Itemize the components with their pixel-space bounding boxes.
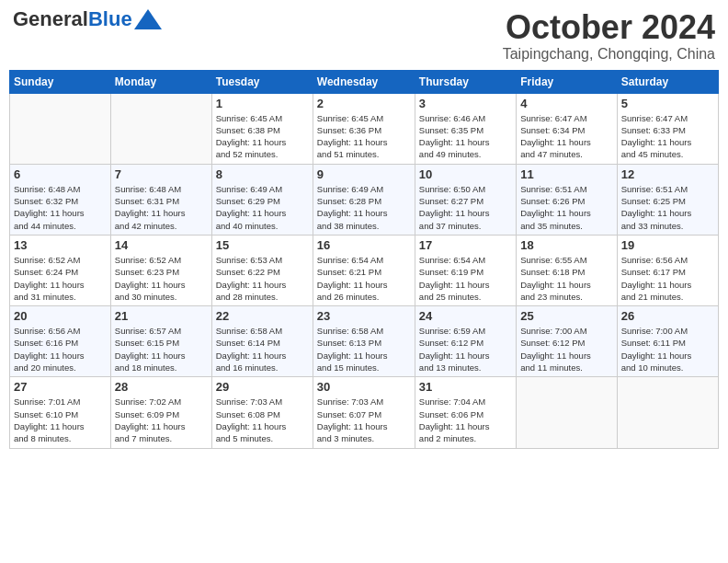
day-info: Sunrise: 6:57 AM Sunset: 6:15 PM Dayligh…	[115, 325, 208, 373]
calendar-cell: 5Sunrise: 6:47 AM Sunset: 6:33 PM Daylig…	[617, 93, 718, 164]
day-number: 24	[419, 309, 512, 323]
logo: GeneralBlue	[13, 9, 162, 29]
calendar-cell: 16Sunrise: 6:54 AM Sunset: 6:21 PM Dayli…	[313, 235, 415, 305]
day-info: Sunrise: 6:56 AM Sunset: 6:16 PM Dayligh…	[14, 325, 107, 373]
day-number: 18	[520, 238, 612, 252]
column-header-saturday: Saturday	[617, 70, 718, 93]
column-header-sunday: Sunday	[10, 70, 111, 93]
day-number: 6	[14, 167, 107, 181]
day-info: Sunrise: 6:54 AM Sunset: 6:19 PM Dayligh…	[419, 254, 512, 303]
column-header-thursday: Thursday	[415, 70, 516, 93]
calendar-cell: 15Sunrise: 6:53 AM Sunset: 6:22 PM Dayli…	[211, 235, 313, 305]
day-number: 2	[317, 97, 411, 110]
day-number: 23	[317, 309, 411, 323]
day-info: Sunrise: 6:45 AM Sunset: 6:38 PM Dayligh…	[216, 112, 309, 161]
day-number: 17	[419, 238, 512, 252]
day-info: Sunrise: 6:49 AM Sunset: 6:29 PM Dayligh…	[216, 183, 309, 232]
calendar-cell: 30Sunrise: 7:03 AM Sunset: 6:07 PM Dayli…	[313, 377, 415, 448]
day-number: 9	[317, 167, 411, 181]
calendar-cell: 14Sunrise: 6:52 AM Sunset: 6:23 PM Dayli…	[110, 235, 211, 305]
column-header-monday: Monday	[110, 70, 211, 93]
calendar-cell	[10, 93, 111, 164]
calendar-cell: 26Sunrise: 7:00 AM Sunset: 6:11 PM Dayli…	[617, 306, 718, 377]
calendar-cell: 9Sunrise: 6:49 AM Sunset: 6:28 PM Daylig…	[313, 164, 415, 235]
day-number: 5	[621, 97, 714, 110]
calendar-cell: 8Sunrise: 6:49 AM Sunset: 6:29 PM Daylig…	[211, 164, 313, 235]
day-info: Sunrise: 6:52 AM Sunset: 6:24 PM Dayligh…	[14, 254, 107, 303]
day-info: Sunrise: 6:51 AM Sunset: 6:26 PM Dayligh…	[520, 183, 612, 232]
calendar-cell: 25Sunrise: 7:00 AM Sunset: 6:12 PM Dayli…	[517, 306, 617, 377]
day-number: 19	[621, 238, 714, 252]
month-title: October 2024	[503, 9, 715, 46]
day-number: 28	[115, 380, 208, 394]
day-info: Sunrise: 7:00 AM Sunset: 6:12 PM Dayligh…	[520, 325, 612, 373]
calendar-cell: 17Sunrise: 6:54 AM Sunset: 6:19 PM Dayli…	[415, 235, 516, 305]
column-header-friday: Friday	[517, 70, 617, 93]
calendar-body: 1Sunrise: 6:45 AM Sunset: 6:38 PM Daylig…	[10, 93, 719, 448]
week-row-5: 27Sunrise: 7:01 AM Sunset: 6:10 PM Dayli…	[10, 377, 719, 448]
day-number: 20	[14, 309, 107, 323]
calendar-table: SundayMondayTuesdayWednesdayThursdayFrid…	[9, 70, 719, 449]
week-row-3: 13Sunrise: 6:52 AM Sunset: 6:24 PM Dayli…	[10, 235, 719, 305]
day-number: 1	[216, 97, 309, 110]
calendar-cell: 12Sunrise: 6:51 AM Sunset: 6:25 PM Dayli…	[617, 164, 718, 235]
day-number: 30	[317, 380, 411, 394]
calendar-cell: 24Sunrise: 6:59 AM Sunset: 6:12 PM Dayli…	[415, 306, 516, 377]
day-number: 26	[621, 309, 714, 323]
day-number: 16	[317, 238, 411, 252]
day-info: Sunrise: 6:59 AM Sunset: 6:12 PM Dayligh…	[419, 325, 512, 373]
day-info: Sunrise: 6:48 AM Sunset: 6:32 PM Dayligh…	[14, 183, 107, 232]
day-number: 22	[216, 309, 309, 323]
day-number: 14	[115, 238, 208, 252]
day-info: Sunrise: 6:50 AM Sunset: 6:27 PM Dayligh…	[419, 183, 512, 232]
calendar-cell: 1Sunrise: 6:45 AM Sunset: 6:38 PM Daylig…	[211, 93, 313, 164]
calendar-cell: 10Sunrise: 6:50 AM Sunset: 6:27 PM Dayli…	[415, 164, 516, 235]
day-info: Sunrise: 6:51 AM Sunset: 6:25 PM Dayligh…	[621, 183, 714, 232]
calendar-cell: 2Sunrise: 6:45 AM Sunset: 6:36 PM Daylig…	[313, 93, 415, 164]
calendar-cell: 31Sunrise: 7:04 AM Sunset: 6:06 PM Dayli…	[415, 377, 516, 448]
calendar-header-row: SundayMondayTuesdayWednesdayThursdayFrid…	[10, 70, 719, 93]
day-number: 4	[520, 97, 612, 110]
calendar-cell	[617, 377, 718, 448]
day-info: Sunrise: 6:45 AM Sunset: 6:36 PM Dayligh…	[317, 112, 411, 161]
calendar-cell: 19Sunrise: 6:56 AM Sunset: 6:17 PM Dayli…	[617, 235, 718, 305]
day-number: 3	[419, 97, 512, 110]
day-info: Sunrise: 6:54 AM Sunset: 6:21 PM Dayligh…	[317, 254, 411, 303]
day-info: Sunrise: 6:47 AM Sunset: 6:34 PM Dayligh…	[520, 112, 612, 161]
day-info: Sunrise: 7:03 AM Sunset: 6:08 PM Dayligh…	[216, 396, 309, 444]
day-number: 21	[115, 309, 208, 323]
calendar-cell: 11Sunrise: 6:51 AM Sunset: 6:26 PM Dayli…	[517, 164, 617, 235]
title-block: October 2024 Taipingchang, Chongqing, Ch…	[503, 9, 715, 63]
calendar-cell	[110, 93, 211, 164]
calendar-cell: 13Sunrise: 6:52 AM Sunset: 6:24 PM Dayli…	[10, 235, 111, 305]
calendar-cell: 22Sunrise: 6:58 AM Sunset: 6:14 PM Dayli…	[211, 306, 313, 377]
day-info: Sunrise: 6:55 AM Sunset: 6:18 PM Dayligh…	[520, 254, 612, 303]
day-info: Sunrise: 6:58 AM Sunset: 6:14 PM Dayligh…	[216, 325, 309, 373]
column-header-tuesday: Tuesday	[211, 70, 313, 93]
day-info: Sunrise: 6:49 AM Sunset: 6:28 PM Dayligh…	[317, 183, 411, 232]
day-info: Sunrise: 6:47 AM Sunset: 6:33 PM Dayligh…	[621, 112, 714, 161]
calendar-cell: 20Sunrise: 6:56 AM Sunset: 6:16 PM Dayli…	[10, 306, 111, 377]
day-info: Sunrise: 7:04 AM Sunset: 6:06 PM Dayligh…	[419, 396, 512, 444]
calendar-cell: 3Sunrise: 6:46 AM Sunset: 6:35 PM Daylig…	[415, 93, 516, 164]
day-number: 25	[520, 309, 612, 323]
calendar-cell: 29Sunrise: 7:03 AM Sunset: 6:08 PM Dayli…	[211, 377, 313, 448]
day-number: 29	[216, 380, 309, 394]
calendar-cell: 7Sunrise: 6:48 AM Sunset: 6:31 PM Daylig…	[110, 164, 211, 235]
calendar-cell: 18Sunrise: 6:55 AM Sunset: 6:18 PM Dayli…	[517, 235, 617, 305]
day-number: 31	[419, 380, 512, 394]
day-number: 15	[216, 238, 309, 252]
day-info: Sunrise: 6:58 AM Sunset: 6:13 PM Dayligh…	[317, 325, 411, 373]
calendar-cell: 28Sunrise: 7:02 AM Sunset: 6:09 PM Dayli…	[110, 377, 211, 448]
day-number: 27	[14, 380, 107, 394]
location: Taipingchang, Chongqing, China	[503, 46, 715, 63]
week-row-2: 6Sunrise: 6:48 AM Sunset: 6:32 PM Daylig…	[10, 164, 719, 235]
day-info: Sunrise: 6:56 AM Sunset: 6:17 PM Dayligh…	[621, 254, 714, 303]
calendar-cell: 27Sunrise: 7:01 AM Sunset: 6:10 PM Dayli…	[10, 377, 111, 448]
day-info: Sunrise: 7:02 AM Sunset: 6:09 PM Dayligh…	[115, 396, 208, 444]
day-info: Sunrise: 6:48 AM Sunset: 6:31 PM Dayligh…	[115, 183, 208, 232]
calendar-cell: 6Sunrise: 6:48 AM Sunset: 6:32 PM Daylig…	[10, 164, 111, 235]
calendar-cell: 23Sunrise: 6:58 AM Sunset: 6:13 PM Dayli…	[313, 306, 415, 377]
day-info: Sunrise: 7:01 AM Sunset: 6:10 PM Dayligh…	[14, 396, 107, 444]
day-number: 10	[419, 167, 512, 181]
